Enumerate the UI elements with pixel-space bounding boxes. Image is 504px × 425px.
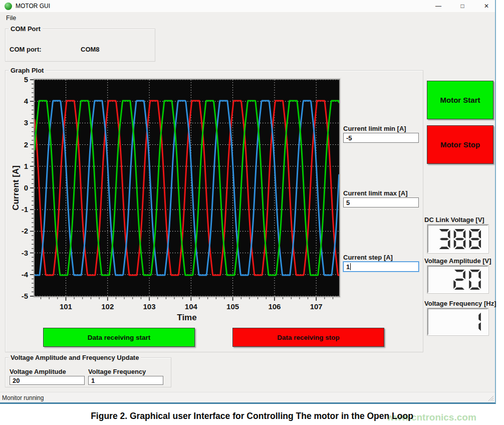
svg-text:-5: -5 <box>22 292 28 300</box>
svg-text:104: 104 <box>185 302 198 311</box>
svg-text:-4: -4 <box>22 270 29 279</box>
dc-link-voltage-display <box>427 225 488 253</box>
voltage-frequency-input-label: Voltage Frequency <box>88 368 146 375</box>
data-receiving-start-button[interactable]: Data receiving start <box>43 328 195 347</box>
svg-text:1: 1 <box>24 162 28 170</box>
com-port-value: COM8 <box>81 46 100 53</box>
svg-text:4: 4 <box>24 97 29 105</box>
data-receiving-stop-button[interactable]: Data receiving stop <box>232 328 384 347</box>
figure-caption: Figure 2. Graphical user Interface for C… <box>0 411 504 421</box>
svg-text:Current [A]: Current [A] <box>11 165 21 210</box>
svg-text:Time: Time <box>177 313 196 322</box>
close-button[interactable]: ✕ <box>478 0 495 12</box>
window-title: MOTOR GUI <box>16 3 50 10</box>
svg-text:-1: -1 <box>22 205 28 214</box>
text-caret <box>350 263 351 270</box>
svg-text:102: 102 <box>101 302 114 311</box>
com-port-label: COM port: <box>10 46 42 53</box>
screenshot-root: MOTOR GUI — □ ✕ File COM Port COM port: … <box>0 0 504 425</box>
voltage-amplitude-input[interactable] <box>10 376 85 385</box>
voltage-update-group-label: Voltage Amplitude and Frequency Update <box>9 354 141 361</box>
figure-caption-area: www.cntronics.com Figure 2. Graphical us… <box>0 410 504 425</box>
title-bar[interactable]: MOTOR GUI — □ ✕ <box>0 0 495 12</box>
svg-text:2: 2 <box>24 140 28 149</box>
motor-start-button[interactable]: Motor Start <box>427 81 493 119</box>
svg-text:101: 101 <box>60 302 72 311</box>
svg-text:103: 103 <box>143 302 156 311</box>
current-limit-max-input[interactable] <box>343 197 419 207</box>
com-port-group: COM Port COM port: COM8 <box>5 29 155 62</box>
graph-plot-group: Graph Plot -5-4-3-2-10123451011021031041… <box>5 70 423 352</box>
svg-text:3: 3 <box>24 118 28 127</box>
menu-file[interactable]: File <box>3 14 19 23</box>
maximize-button[interactable]: □ <box>454 0 471 12</box>
current-step-input[interactable] <box>343 262 419 272</box>
motor-stop-button[interactable]: Motor Stop <box>427 125 493 164</box>
voltage-frequency-display-label: Voltage Frequency [Hz] <box>424 300 496 307</box>
svg-text:105: 105 <box>226 302 239 311</box>
svg-text:-2: -2 <box>22 227 28 235</box>
voltage-frequency-input[interactable] <box>88 376 163 385</box>
status-text: Monitor running <box>2 394 44 401</box>
app-icon <box>5 3 12 10</box>
svg-text:-3: -3 <box>22 249 28 257</box>
svg-text:0: 0 <box>24 183 28 192</box>
svg-text:106: 106 <box>268 302 281 311</box>
voltage-amplitude-display-label: Voltage Amplitude [V] <box>424 257 491 265</box>
voltage-update-group: Voltage Amplitude and Frequency Update V… <box>5 357 171 387</box>
svg-text:5: 5 <box>24 76 28 84</box>
current-limit-min-input[interactable] <box>343 133 419 143</box>
voltage-frequency-display <box>427 308 488 335</box>
menu-bar: File <box>0 12 495 24</box>
voltage-amplitude-display <box>427 266 488 293</box>
current-step-label: Current step [A] <box>343 254 393 261</box>
current-waveform-plot: -5-4-3-2-1012345101102103104105106107Tim… <box>11 76 347 324</box>
voltage-amplitude-input-label: Voltage Amplitude <box>10 368 66 375</box>
com-port-group-label: COM Port <box>9 25 43 33</box>
svg-text:107: 107 <box>310 302 323 311</box>
app-window: MOTOR GUI — □ ✕ File COM Port COM port: … <box>0 0 496 404</box>
graph-plot-group-label: Graph Plot <box>9 67 46 74</box>
resize-grip[interactable] <box>487 394 494 401</box>
dc-link-voltage-label: DC Link Voltage [V] <box>424 216 484 224</box>
current-limit-max-label: Current limit max [A] <box>343 189 408 197</box>
minimize-button[interactable]: — <box>430 0 447 12</box>
current-limit-min-label: Current limit min [A] <box>343 125 406 132</box>
status-bar: Monitor running <box>0 392 495 402</box>
